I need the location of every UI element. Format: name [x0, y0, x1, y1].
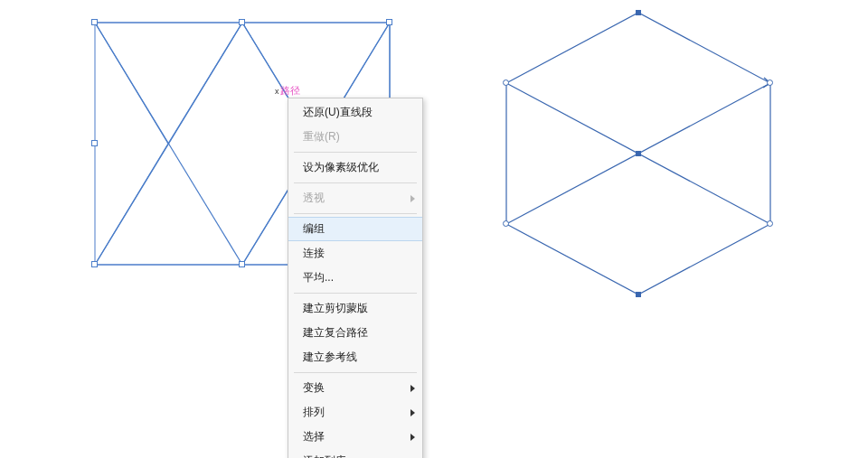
- anchor-point[interactable]: [767, 220, 773, 227]
- menu-select-label: 选择: [303, 430, 325, 443]
- menu-perspective: 透视: [288, 186, 422, 210]
- menu-join[interactable]: 连接: [288, 241, 422, 266]
- menu-transform-label: 变换: [303, 381, 325, 394]
- menu-separator: [294, 182, 417, 183]
- menu-compound-path[interactable]: 建立复合路径: [288, 321, 422, 345]
- selection-handle-nw[interactable]: [91, 19, 98, 25]
- chevron-right-icon: [410, 385, 415, 392]
- menu-redo: 重做(R): [288, 125, 422, 149]
- menu-separator: [294, 293, 417, 294]
- chevron-right-icon: [410, 195, 415, 202]
- selection-handle-s[interactable]: [239, 261, 245, 267]
- menu-guides[interactable]: 建立参考线: [288, 345, 422, 369]
- menu-select[interactable]: 选择: [288, 425, 422, 449]
- menu-separator: [294, 372, 417, 373]
- context-menu: 还原(U)直线段 重做(R) 设为像素级优化 透视 编组 连接 平均... 建立…: [288, 98, 423, 458]
- anchor-point[interactable]: [636, 292, 641, 297]
- selection-handle-ne[interactable]: [386, 19, 392, 25]
- chevron-right-icon: [410, 409, 415, 416]
- anchor-point[interactable]: [767, 79, 773, 86]
- menu-clipping-mask[interactable]: 建立剪切蒙版: [288, 296, 422, 321]
- menu-arrange[interactable]: 排列: [288, 400, 422, 425]
- chevron-right-icon: [410, 434, 415, 441]
- anchor-point[interactable]: [636, 10, 641, 15]
- menu-group[interactable]: 编组: [288, 217, 422, 241]
- anchor-point[interactable]: [503, 79, 509, 86]
- path-label: x路径: [274, 84, 301, 98]
- artwork-svg: [0, 0, 868, 458]
- close-x-icon: x: [275, 87, 279, 96]
- selection-handle-w[interactable]: [91, 140, 98, 146]
- anchor-point[interactable]: [503, 220, 509, 227]
- selection-handle-sw[interactable]: [91, 261, 98, 267]
- menu-separator: [294, 152, 417, 153]
- menu-average[interactable]: 平均...: [288, 266, 422, 290]
- menu-separator: [294, 213, 417, 214]
- path-label-text: 路径: [280, 85, 300, 96]
- menu-perspective-label: 透视: [303, 192, 325, 204]
- menu-pixel-optimize[interactable]: 设为像素级优化: [288, 155, 422, 180]
- menu-undo[interactable]: 还原(U)直线段: [288, 100, 422, 125]
- selection-handle-n[interactable]: [239, 19, 245, 25]
- menu-add-to-library[interactable]: 添加到库: [288, 449, 422, 458]
- menu-arrange-label: 排列: [303, 406, 325, 418]
- menu-transform[interactable]: 变换: [288, 376, 422, 400]
- canvas[interactable]: x路径 还原(U)直线段 重做(R) 设为像素级优化 透视 编组 连接 平均..…: [0, 0, 868, 458]
- anchor-point[interactable]: [636, 151, 641, 156]
